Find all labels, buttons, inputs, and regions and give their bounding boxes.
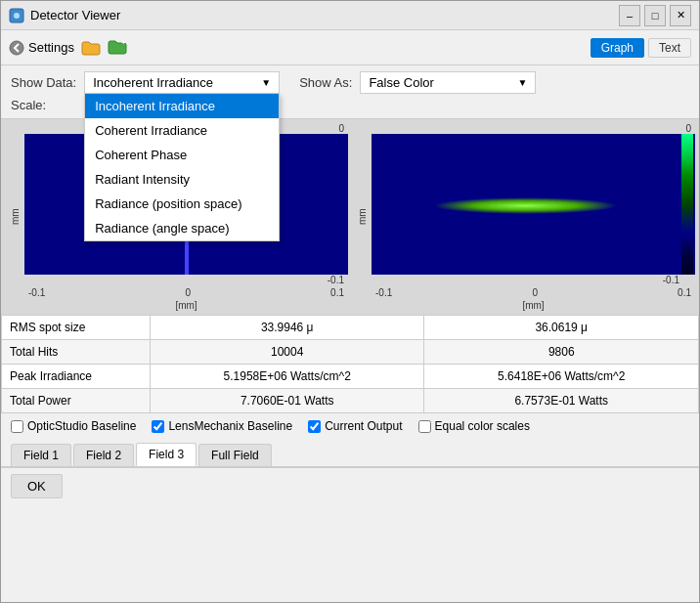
- right-graph-canvas: mm 0 1CAE.COM -0.1: [352, 123, 695, 311]
- table-row-col2: 36.0619 μ: [424, 316, 699, 340]
- toolbar-right: Graph Text: [591, 38, 691, 58]
- right-y-bottom: -0.1: [372, 275, 695, 285]
- scale-label: Scale:: [11, 98, 46, 112]
- tab-field1[interactable]: Field 1: [11, 444, 71, 466]
- lensmechanix-checkbox[interactable]: [152, 420, 164, 433]
- bottom-bar: OK: [1, 467, 699, 504]
- close-button[interactable]: ✕: [670, 5, 691, 26]
- title-bar: Detector Viewer – □ ✕: [1, 1, 699, 30]
- table-row-col1: 33.9946 μ: [150, 316, 424, 340]
- graph-button[interactable]: Graph: [591, 38, 644, 58]
- controls-bar: Show Data: Incoherent Irradiance ▼ Incoh…: [1, 65, 699, 119]
- equalcolor-label: Equal color scales: [435, 419, 530, 433]
- currentoutput-checkbox-group: Current Output: [308, 419, 402, 433]
- beam-shape: [433, 197, 618, 214]
- show-as-arrow-icon: ▼: [518, 77, 528, 88]
- table-row-label: RMS spot size: [2, 316, 151, 340]
- right-x-unit: [mm]: [372, 300, 695, 311]
- main-window: Detector Viewer – □ ✕ Settings: [0, 0, 700, 603]
- table-row-label: Total Hits: [2, 340, 151, 365]
- table-row: Peak Irradiance 5.1958E+06 Watts/cm^2 5.…: [2, 365, 699, 389]
- tab-field3[interactable]: Field 3: [136, 443, 197, 466]
- dropdown-item-radiance-position[interactable]: Radiance (position space): [85, 192, 279, 216]
- table-row-col1: 7.7060E-01 Watts: [150, 389, 424, 413]
- lensmechanix-checkbox-group: LensMechanix Baseline: [152, 419, 292, 433]
- dropdown-item-coherent-irradiance[interactable]: Coherent Irradiance: [85, 118, 279, 143]
- right-x-labels: -0.1 0 0.1: [372, 285, 695, 300]
- tabs-row: Field 1 Field 2 Field 3 Full Field: [1, 439, 699, 466]
- settings-label[interactable]: Settings: [9, 40, 74, 56]
- svg-point-2: [10, 41, 23, 55]
- dropdown-item-coherent-phase[interactable]: Coherent Phase: [85, 143, 279, 167]
- tab-fullfield[interactable]: Full Field: [198, 444, 272, 466]
- opticstudio-label: OpticStudio Baseline: [27, 419, 136, 433]
- svg-text:+: +: [121, 39, 126, 47]
- ok-button[interactable]: OK: [11, 474, 63, 498]
- left-x-labels: -0.1 0 0.1: [24, 285, 348, 300]
- right-blue-plot: 1CAE.COM: [372, 134, 695, 275]
- table-row: Total Hits 10004 9806: [2, 340, 699, 365]
- title-bar-left: Detector Viewer: [9, 8, 120, 23]
- currentoutput-checkbox[interactable]: [308, 420, 321, 433]
- table-row-col1: 10004: [150, 340, 424, 365]
- show-data-trigger[interactable]: Incoherent Irradiance ▼: [84, 71, 280, 94]
- data-table: RMS spot size 33.9946 μ 36.0619 μ Total …: [1, 315, 699, 413]
- table-row-col2: 9806: [424, 340, 699, 365]
- right-y-axis-label: mm: [352, 123, 372, 311]
- table-row-label: Peak Irradiance: [2, 365, 151, 389]
- table-row: Total Power 7.7060E-01 Watts 6.7573E-01 …: [2, 389, 699, 413]
- equalcolor-checkbox[interactable]: [418, 420, 431, 433]
- left-x-unit: [mm]: [24, 300, 348, 311]
- currentoutput-label: Current Output: [325, 419, 402, 433]
- right-graph-inner: 0 1CAE.COM -0.1 -0.1 0: [372, 123, 695, 311]
- toolbar: Settings + Graph Text: [1, 30, 699, 65]
- left-y-axis-label: mm: [5, 123, 24, 311]
- lensmechanix-label: LensMechanix Baseline: [168, 419, 292, 433]
- toolbar-left: Settings +: [9, 37, 129, 59]
- checkboxes-row: OpticStudio Baseline LensMechanix Baseli…: [1, 413, 699, 439]
- show-data-label: Show Data:: [11, 75, 76, 90]
- data-table-container: RMS spot size 33.9946 μ 36.0619 μ Total …: [1, 315, 699, 413]
- show-as-label: Show As:: [299, 75, 352, 90]
- show-data-menu: Incoherent Irradiance Coherent Irradianc…: [84, 94, 280, 241]
- table-row: RMS spot size 33.9946 μ 36.0619 μ: [2, 316, 699, 340]
- text-button[interactable]: Text: [648, 38, 691, 58]
- dropdown-item-incoherent-irradiance[interactable]: Incoherent Irradiance: [85, 94, 279, 118]
- maximize-button[interactable]: □: [644, 5, 666, 26]
- window-title: Detector Viewer: [30, 8, 120, 22]
- tab-field2[interactable]: Field 2: [73, 444, 134, 466]
- dropdown-item-radiant-intensity[interactable]: Radiant Intensity: [85, 167, 279, 192]
- equalcolor-checkbox-group: Equal color scales: [418, 419, 530, 433]
- right-y-top: 0: [372, 123, 695, 134]
- colorbar: [681, 134, 693, 275]
- table-row-label: Total Power: [2, 389, 151, 413]
- back-icon: [9, 40, 24, 56]
- table-row-col2: 5.6418E+06 Watts/cm^2: [424, 365, 699, 389]
- show-data-dropdown[interactable]: Incoherent Irradiance ▼ Incoherent Irrad…: [84, 71, 280, 94]
- title-bar-controls: – □ ✕: [619, 5, 691, 26]
- opticstudio-checkbox[interactable]: [11, 420, 23, 433]
- folder-icon[interactable]: [80, 37, 102, 59]
- right-graph: mm 0 1CAE.COM -0.1: [352, 123, 695, 311]
- show-as-trigger[interactable]: False Color ▼: [360, 71, 536, 94]
- svg-point-1: [14, 13, 20, 19]
- right-plot-area: 1CAE.COM: [372, 134, 679, 275]
- table-row-col1: 5.1958E+06 Watts/cm^2: [150, 365, 424, 389]
- detector-icon: [9, 8, 24, 23]
- dropdown-item-radiance-angle[interactable]: Radiance (angle space): [85, 216, 279, 240]
- table-row-col2: 6.7573E-01 Watts: [424, 389, 699, 413]
- left-y-bottom: -0.1: [24, 275, 348, 285]
- minimize-button[interactable]: –: [619, 5, 640, 26]
- dropdown-arrow-icon: ▼: [261, 77, 271, 88]
- show-as-dropdown[interactable]: False Color ▼: [360, 71, 536, 94]
- show-as-group: Show As: False Color ▼: [299, 71, 536, 94]
- opticstudio-checkbox-group: OpticStudio Baseline: [11, 419, 136, 433]
- show-data-group: Show Data: Incoherent Irradiance ▼ Incoh…: [11, 71, 280, 94]
- save-with-plus-icon[interactable]: +: [108, 37, 129, 59]
